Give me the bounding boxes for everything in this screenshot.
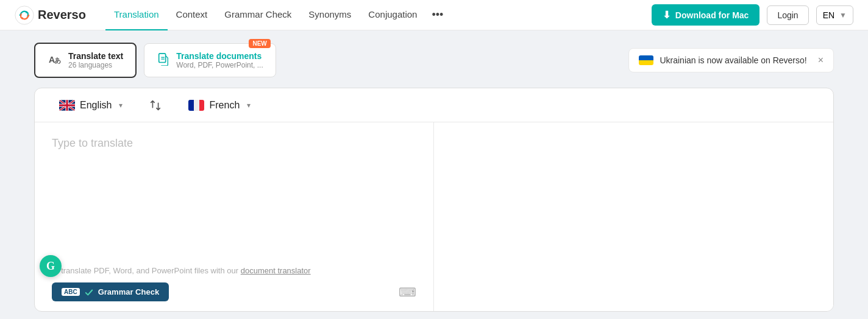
- nav-item-grammar-check[interactable]: Grammar Check: [216, 0, 300, 30]
- nav-item-context[interactable]: Context: [168, 0, 216, 30]
- login-button[interactable]: Login: [767, 5, 808, 25]
- grammar-check-icon: [85, 288, 93, 296]
- download-icon: ⬇: [663, 9, 671, 21]
- translate-docs-title: Translate documents: [176, 51, 263, 61]
- grammar-abc-icon: ABC: [62, 288, 80, 296]
- language-bar: English ▾ French ▾: [35, 88, 833, 122]
- source-lang-chevron-icon: ▾: [119, 101, 123, 110]
- logo-icon: [15, 5, 34, 25]
- tab-notification-row: A あ Translate text 26 languages NEW: [34, 43, 834, 78]
- translate-docs-sub: Word, PDF, PowerPoint, ...: [176, 61, 263, 69]
- header-right: ⬇ Download for Mac Login EN ▼: [652, 4, 853, 26]
- lang-chevron-icon: ▼: [839, 11, 847, 19]
- notification-close-button[interactable]: ×: [818, 55, 824, 66]
- translate-text-icon: A あ: [48, 52, 62, 69]
- french-flag-icon: [188, 100, 204, 111]
- nav-item-translation[interactable]: Translation: [105, 0, 168, 30]
- grammarly-g-icon: G: [46, 260, 55, 273]
- download-button[interactable]: ⬇ Download for Mac: [652, 4, 760, 26]
- logo[interactable]: Reverso: [15, 5, 86, 25]
- input-area: or translate PDF, Word, and PowerPoint f…: [35, 122, 434, 311]
- translate-docs-content: Translate documents Word, PDF, PowerPoin…: [176, 51, 263, 69]
- main-content: A あ Translate text 26 languages NEW: [0, 30, 868, 319]
- translation-input[interactable]: [52, 137, 416, 261]
- new-badge: NEW: [249, 39, 270, 48]
- translate-text-content: Translate text 26 languages: [68, 51, 123, 69]
- target-language-label: French: [209, 100, 240, 111]
- tab-translate-text[interactable]: A あ Translate text 26 languages: [34, 43, 137, 78]
- target-lang-chevron-icon: ▾: [247, 101, 251, 110]
- logo-text: Reverso: [38, 8, 86, 22]
- current-lang-label: EN: [823, 10, 834, 20]
- input-subtext: or translate PDF, Word, and PowerPoint f…: [52, 266, 416, 275]
- svg-point-0: [15, 5, 34, 24]
- nav-item-conjugation[interactable]: Conjugation: [360, 0, 425, 30]
- grammarly-bubble[interactable]: G: [40, 255, 62, 277]
- source-language-label: English: [80, 100, 112, 111]
- ukraine-flag-icon: [639, 55, 653, 65]
- translate-docs-icon: [157, 52, 170, 69]
- main-nav: Translation Context Grammar Check Synony…: [105, 0, 652, 30]
- translate-text-sub: 26 languages: [68, 61, 123, 69]
- nav-more-button[interactable]: •••: [425, 0, 449, 30]
- grammar-check-button[interactable]: ABC Grammar Check: [52, 282, 169, 301]
- target-language-selector[interactable]: French ▾: [179, 95, 260, 116]
- tab-translate-docs[interactable]: NEW Translate documents Word, PDF, Power…: [144, 43, 276, 77]
- input-footer: ABC Grammar Check ⌨: [52, 275, 416, 301]
- keyboard-icon[interactable]: ⌨: [399, 285, 416, 300]
- grammar-check-label: Grammar Check: [98, 287, 159, 296]
- output-area: [434, 122, 833, 311]
- text-areas: or translate PDF, Word, and PowerPoint f…: [35, 122, 833, 311]
- download-label: Download for Mac: [675, 10, 749, 20]
- doc-translator-link[interactable]: document translator: [241, 266, 311, 275]
- nav-item-synonyms[interactable]: Synonyms: [300, 0, 360, 30]
- swap-icon: [149, 99, 162, 112]
- translation-panel: English ▾ French ▾: [34, 88, 834, 312]
- source-language-selector[interactable]: English ▾: [49, 95, 132, 116]
- notification-text: Ukrainian is now available on Reverso!: [660, 55, 806, 65]
- subtext-prefix: or translate PDF, Word, and PowerPoint f…: [52, 266, 241, 275]
- language-selector[interactable]: EN ▼: [816, 5, 853, 25]
- notification-bar: Ukrainian is now available on Reverso! ×: [628, 48, 834, 72]
- svg-text:あ: あ: [54, 57, 61, 64]
- english-flag-icon: [59, 100, 75, 111]
- header: Reverso Translation Context Grammar Chec…: [0, 0, 868, 30]
- svg-rect-5: [159, 53, 166, 62]
- swap-languages-button[interactable]: [144, 94, 166, 116]
- translate-text-title: Translate text: [68, 51, 123, 61]
